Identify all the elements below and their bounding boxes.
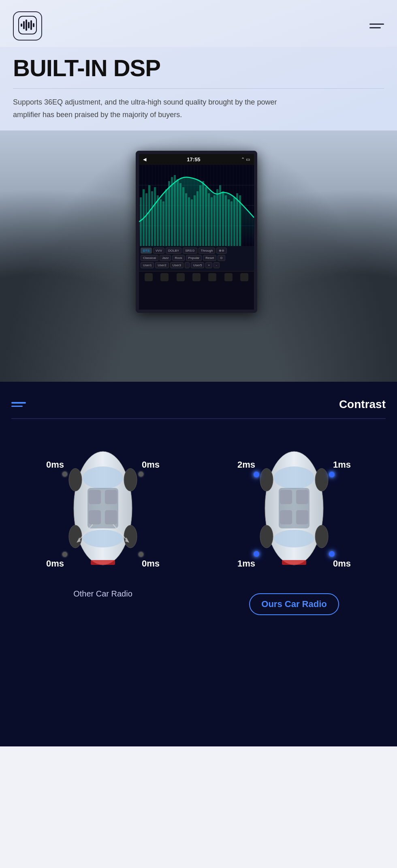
svg-rect-2 (23, 21, 25, 29)
svg-point-51 (83, 530, 123, 547)
screen-time: 17:55 (187, 156, 200, 162)
eq-display (139, 165, 254, 246)
svg-point-78 (260, 468, 273, 491)
svg-point-72 (274, 530, 314, 547)
label-lines (11, 402, 26, 407)
svg-rect-4 (28, 22, 30, 28)
back-btn: ◀ (143, 157, 146, 162)
bottom-nav-bar (139, 271, 254, 283)
svg-point-79 (315, 468, 328, 491)
svg-point-59 (69, 525, 82, 548)
right-car-label-tr: 1ms (333, 460, 351, 470)
title-section: BUILT-IN DSP Supports 36EQ adjustment, a… (0, 47, 397, 130)
svg-rect-77 (296, 510, 308, 524)
svg-rect-76 (280, 510, 292, 524)
subtitle-text: Supports 36EQ adjustment, and the ultra-… (13, 96, 288, 121)
svg-rect-6 (33, 23, 34, 27)
title-divider (13, 88, 384, 89)
svg-rect-5 (30, 20, 32, 30)
svg-rect-1 (21, 24, 22, 27)
left-car-side: 0ms 0ms 0ms 0ms (11, 435, 194, 599)
svg-point-58 (124, 468, 137, 491)
screen-container: ◀ 17:55 ⌃ ▭ (136, 151, 261, 313)
right-car-label-tl: 2ms (237, 460, 255, 470)
svg-rect-53 (89, 490, 101, 504)
eq-controls: DTS VVV DOLBY SRS⊙ Through ⊕⊖ Classical … (139, 246, 254, 271)
contrast-label: Contrast (339, 398, 386, 411)
right-car-label-bl: 1ms (237, 558, 255, 569)
logo-box (13, 11, 42, 41)
ours-car-radio-button[interactable]: Ours Car Radio (249, 593, 339, 615)
svg-rect-55 (89, 510, 101, 524)
svg-point-80 (260, 525, 273, 548)
label-line-1 (11, 402, 26, 404)
section-label-row: Contrast (11, 398, 386, 411)
cars-comparison: 0ms 0ms 0ms 0ms (11, 435, 386, 615)
svg-point-81 (315, 525, 328, 548)
svg-point-50 (83, 466, 123, 489)
svg-rect-74 (280, 490, 292, 504)
svg-rect-54 (105, 490, 117, 504)
svg-point-71 (274, 466, 314, 489)
svg-point-60 (124, 525, 137, 548)
section-divider (11, 418, 386, 419)
car-background: ◀ 17:55 ⌃ ▭ (0, 130, 397, 382)
header (0, 0, 397, 47)
svg-point-57 (69, 468, 82, 491)
label-line-2 (11, 406, 23, 407)
screen-icons: ⌃ ▭ (241, 157, 250, 162)
left-car-label-tl: 0ms (46, 460, 64, 470)
svg-rect-75 (296, 490, 308, 504)
left-car-label-tr: 0ms (142, 460, 160, 470)
right-car-label-br: 0ms (333, 558, 351, 569)
page-title: BUILT-IN DSP (13, 55, 384, 81)
svg-rect-61 (91, 560, 115, 565)
screen-header: ◀ 17:55 ⌃ ▭ (139, 154, 254, 165)
car-image-section: ◀ 17:55 ⌃ ▭ (0, 130, 397, 382)
svg-rect-3 (26, 19, 27, 31)
comparison-section: Contrast 0ms 0ms 0ms 0ms (0, 382, 397, 746)
right-car-side: 2ms 1ms 1ms 0ms (203, 435, 386, 615)
left-car-label-bl: 0ms (46, 558, 64, 569)
menu-button[interactable] (369, 24, 384, 28)
svg-rect-82 (282, 560, 306, 565)
car-screen: ◀ 17:55 ⌃ ▭ (136, 151, 257, 313)
svg-rect-56 (105, 510, 117, 524)
left-car-label: Other Car Radio (73, 589, 132, 599)
left-car-label-br: 0ms (142, 558, 160, 569)
logo-icon (18, 15, 37, 36)
